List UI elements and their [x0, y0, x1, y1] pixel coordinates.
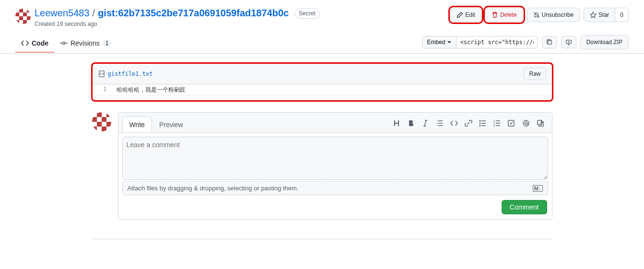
mention-icon[interactable]: [522, 119, 530, 127]
avatar[interactable]: [92, 112, 111, 131]
list-ol-icon[interactable]: 123: [493, 119, 501, 127]
code-icon: [21, 39, 29, 47]
tasklist-icon[interactable]: [508, 119, 515, 127]
trash-icon: [492, 12, 498, 18]
caret-down-icon: [447, 40, 451, 44]
avatar[interactable]: [15, 9, 31, 24]
svg-point-4: [480, 120, 480, 121]
comment-form: Write Preview 123 Attach: [118, 112, 552, 220]
edit-button[interactable]: Edit: [450, 8, 481, 22]
svg-point-5: [480, 123, 480, 124]
gist-name-link[interactable]: gist:62b7135c2be717a0691059fad1874b0c: [98, 8, 289, 19]
git-commit-icon: [60, 39, 68, 47]
bell-slash-icon: [533, 12, 540, 18]
quote-icon[interactable]: [436, 119, 444, 127]
svg-point-6: [480, 125, 480, 126]
copy-button[interactable]: [542, 36, 557, 48]
secret-badge: Secret: [294, 8, 320, 19]
italic-icon[interactable]: [422, 119, 429, 127]
file-code-icon: [98, 70, 105, 77]
comment-submit-button[interactable]: Comment: [502, 200, 547, 214]
code-icon[interactable]: [450, 119, 458, 127]
file-box: gistfile1.txt Raw 1 哈哈哈哈，我是一个粉刷匠: [92, 63, 552, 101]
star-count[interactable]: 0: [615, 8, 629, 22]
path-separator: /: [93, 8, 95, 19]
desktop-download-button[interactable]: [561, 36, 576, 48]
embed-script-input[interactable]: [457, 36, 538, 48]
svg-text:3: 3: [493, 124, 495, 127]
unsubscribe-button[interactable]: Unsubscribe: [527, 8, 580, 22]
tab-revisions[interactable]: Revisions 1: [54, 35, 117, 53]
bold-icon[interactable]: [407, 119, 415, 127]
link-icon[interactable]: [465, 119, 472, 127]
pencil-icon: [457, 12, 463, 18]
raw-button[interactable]: Raw: [524, 68, 546, 80]
gist-title: Leewen5483 / gist:62b7135c2be717a0691059…: [35, 8, 450, 19]
tab-code[interactable]: Code: [15, 35, 54, 53]
cross-reference-icon[interactable]: [537, 119, 544, 127]
filename-link[interactable]: gistfile1.txt: [108, 70, 153, 77]
svg-rect-1: [548, 41, 551, 45]
svg-point-12: [525, 122, 527, 124]
list-ul-icon[interactable]: [479, 119, 487, 127]
download-zip-button[interactable]: Download ZIP: [580, 35, 629, 49]
markdown-toolbar: 123: [393, 119, 548, 130]
svg-point-11: [523, 120, 529, 126]
line-number: 1: [93, 84, 112, 95]
markdown-badge-icon[interactable]: M↓: [533, 185, 543, 192]
revisions-count: 1: [103, 40, 112, 47]
svg-point-0: [63, 42, 65, 45]
created-meta: Created 19 seconds ago: [35, 21, 450, 27]
attach-hint[interactable]: Attach files by dragging & dropping, sel…: [122, 181, 548, 195]
divider: [92, 239, 552, 239]
comment-textarea[interactable]: [122, 137, 548, 180]
embed-dropdown[interactable]: Embed: [422, 36, 457, 48]
username-link[interactable]: Leewen5483: [35, 8, 90, 19]
tab-write[interactable]: Write: [122, 117, 152, 132]
heading-icon[interactable]: [393, 119, 400, 127]
star-icon: [590, 12, 597, 18]
tab-preview[interactable]: Preview: [152, 117, 190, 132]
copy-icon: [546, 39, 553, 46]
delete-button[interactable]: Delete: [485, 8, 523, 22]
desktop-download-icon: [565, 39, 572, 46]
star-button[interactable]: Star: [584, 8, 615, 22]
code-line: 1 哈哈哈哈，我是一个粉刷匠: [93, 84, 552, 95]
line-content: 哈哈哈哈，我是一个粉刷匠: [112, 84, 186, 95]
